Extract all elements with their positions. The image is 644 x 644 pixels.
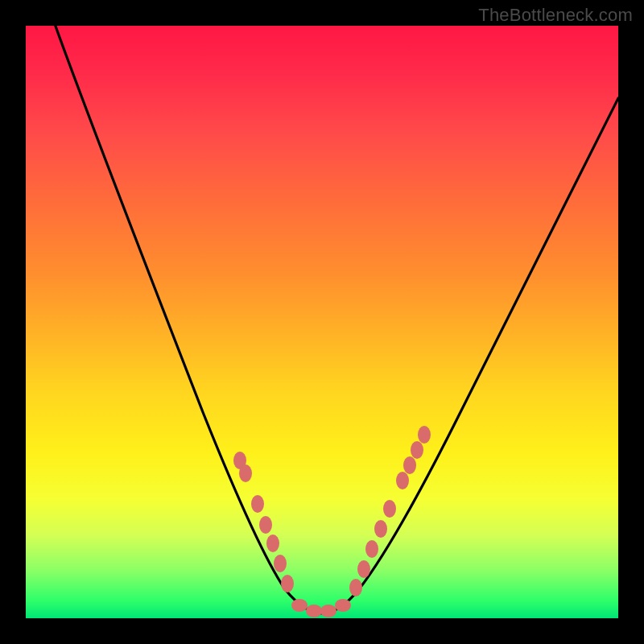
svg-point-12 [357,560,370,578]
svg-point-2 [251,495,264,513]
svg-point-1 [239,464,252,482]
svg-point-8 [306,605,322,617]
chart-frame: TheBottleneck.com [0,0,644,644]
svg-point-5 [274,555,287,572]
svg-point-9 [320,605,336,617]
svg-point-7 [291,599,308,612]
svg-point-3 [259,516,272,534]
svg-point-10 [335,599,351,612]
svg-point-4 [266,535,279,552]
svg-point-6 [281,575,294,592]
svg-point-13 [365,540,378,558]
svg-point-11 [349,579,362,597]
svg-point-17 [403,456,416,474]
svg-point-18 [411,441,423,459]
svg-point-19 [418,426,431,444]
bottleneck-curve-svg [26,26,618,618]
bottleneck-curve [56,26,618,613]
svg-point-15 [383,500,396,518]
svg-point-14 [374,520,387,538]
svg-point-16 [396,472,409,489]
plot-area [26,26,618,618]
watermark-text: TheBottleneck.com [478,5,633,26]
